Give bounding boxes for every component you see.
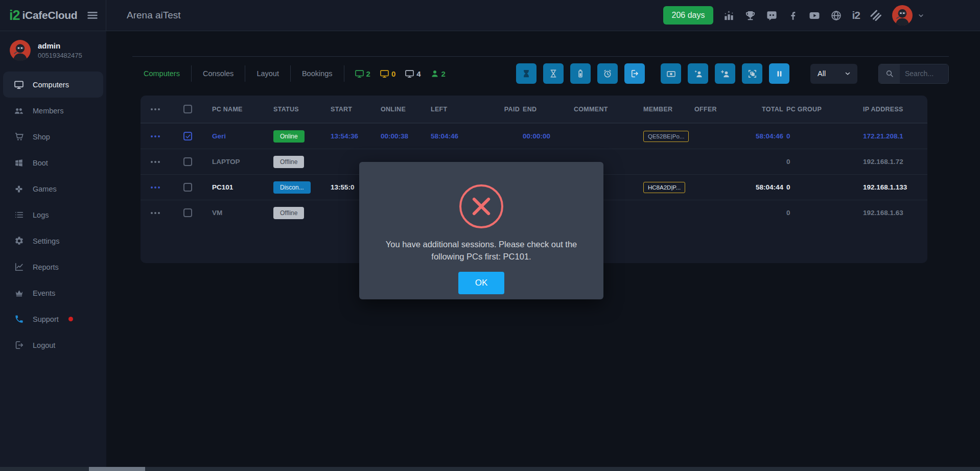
sidebar-item-members[interactable]: Members	[0, 98, 106, 124]
globe-icon[interactable]	[830, 10, 842, 21]
search-input[interactable]	[900, 64, 948, 83]
sidebar-item-events[interactable]: Events	[0, 280, 106, 306]
sidebar-item-settings[interactable]: Settings	[0, 228, 106, 254]
chevron-down-icon	[844, 70, 851, 77]
sidebar-item-games[interactable]: Games	[0, 176, 106, 202]
chart-icon	[14, 262, 24, 272]
hourglass-button[interactable]	[543, 63, 564, 84]
dialog-message: You have additional sessions. Please che…	[369, 238, 594, 263]
chevron-down-icon	[917, 12, 925, 19]
pc-name-link[interactable]: PC101	[212, 183, 273, 191]
crown-icon	[14, 288, 24, 298]
add-member-button[interactable]	[715, 63, 735, 84]
icafecloud-logo-icon: i2	[9, 8, 20, 23]
add-member-star-button[interactable]	[688, 63, 708, 84]
table-row: Geri Online 13:54:36 00:00:38 58:04:46 0…	[141, 123, 927, 149]
user-avatar	[892, 5, 913, 26]
phone-icon	[14, 314, 24, 324]
row-checkbox[interactable]	[183, 208, 192, 217]
status-badge: Offline	[273, 156, 304, 168]
members-online-counter: 2	[430, 69, 446, 78]
sidebar-item-shop[interactable]: Shop	[0, 124, 106, 150]
row-actions-menu-icon[interactable]	[151, 108, 183, 110]
pcs-total-counter: 4	[405, 69, 421, 79]
tab-consoles[interactable]: Consoles	[192, 65, 245, 82]
sidebar-item-reports[interactable]: Reports	[0, 254, 106, 280]
battery-button[interactable]	[570, 63, 591, 84]
pc-actions-toolbar: All	[516, 63, 949, 84]
hamburger-menu-icon[interactable]	[86, 9, 99, 21]
sidebar: admin 005193482475 Computers Members Sho…	[0, 31, 106, 471]
sidebar-user-block: admin 005193482475	[0, 31, 106, 68]
member-badge[interactable]: HC8A2D|P...	[643, 182, 685, 193]
members-icon	[14, 106, 24, 116]
sidebar-item-logs[interactable]: Logs	[0, 202, 106, 228]
pcs-busy-counter: 0	[380, 69, 395, 79]
member-badge[interactable]: QE52BE|Po...	[643, 131, 689, 142]
cart-icon	[14, 132, 24, 142]
pcs-online-counter: 2	[355, 69, 370, 79]
alarm-clock-button[interactable]	[597, 63, 618, 84]
sidebar-item-support[interactable]: Support	[0, 306, 106, 332]
error-icon	[459, 184, 503, 228]
row-actions-menu-icon[interactable]	[151, 212, 183, 214]
gamepad-icon	[14, 184, 24, 194]
sidebar-item-logout[interactable]: Logout	[0, 332, 106, 358]
switch-pc-button[interactable]	[742, 63, 762, 84]
additional-sessions-dialog: You have additional sessions. Please che…	[359, 162, 603, 299]
select-all-checkbox[interactable]	[183, 105, 192, 113]
support-notification-dot	[68, 317, 73, 321]
row-actions-menu-icon[interactable]	[151, 135, 183, 137]
status-counters: 2 0 4 2	[355, 69, 446, 79]
pc-name-link[interactable]: Geri	[212, 132, 273, 140]
ok-button[interactable]: OK	[458, 272, 504, 294]
youtube-icon[interactable]	[808, 9, 821, 21]
license-days-button[interactable]: 206 days	[663, 6, 714, 25]
user-menu[interactable]	[892, 5, 925, 26]
sidebar-item-boot[interactable]: Boot	[0, 150, 106, 176]
brand: i2 iCafeCloud	[0, 0, 106, 31]
brand-name: iCafeCloud	[22, 9, 78, 21]
windows-icon	[14, 158, 24, 168]
tab-bookings[interactable]: Bookings	[291, 65, 344, 82]
row-checkbox[interactable]	[183, 157, 192, 166]
row-checkbox[interactable]	[183, 132, 192, 140]
tab-computers[interactable]: Computers	[132, 65, 192, 82]
trophy-icon[interactable]	[744, 10, 756, 21]
pc-name-link[interactable]: VM	[212, 209, 273, 217]
layers-icon[interactable]	[870, 9, 882, 21]
pc-group-filter-select[interactable]: All	[810, 64, 857, 84]
discord-icon[interactable]	[766, 10, 778, 21]
horizontal-scrollbar[interactable]	[0, 467, 980, 471]
scrollbar-thumb[interactable]	[89, 467, 145, 471]
status-badge: Offline	[273, 207, 304, 219]
sidebar-item-computers[interactable]: Computers	[3, 72, 103, 98]
page-title: Arena aiTest	[127, 10, 181, 21]
user-name: admin	[38, 41, 82, 50]
cash-payment-button[interactable]	[661, 63, 681, 84]
table-header-row: PC NAME STATUS START ONLINE LEFT PAID EN…	[141, 96, 927, 123]
checkout-button[interactable]	[624, 63, 645, 84]
pc-name-link[interactable]: LAPTOP	[212, 158, 273, 166]
row-checkbox[interactable]	[183, 183, 192, 192]
row-actions-menu-icon[interactable]	[151, 186, 183, 189]
search-box	[878, 64, 949, 84]
hourglass-filled-button[interactable]	[516, 63, 536, 84]
pause-button[interactable]	[769, 63, 789, 84]
tab-layout[interactable]: Layout	[245, 65, 291, 82]
admin-avatar	[9, 39, 31, 61]
list-icon	[14, 210, 24, 220]
gear-icon	[14, 236, 24, 246]
status-badge: Online	[273, 130, 305, 143]
logout-icon	[14, 340, 24, 350]
facebook-icon[interactable]	[787, 10, 799, 21]
row-actions-menu-icon[interactable]	[151, 161, 183, 163]
search-icon	[879, 64, 900, 83]
user-account-id: 005193482475	[38, 52, 82, 59]
leaderboard-icon[interactable]	[723, 10, 735, 21]
top-header: i2 iCafeCloud Arena aiTest 206 days i2	[0, 0, 980, 31]
status-badge: Discon...	[273, 181, 311, 194]
monitor-icon	[14, 80, 24, 90]
view-tabs: Computers Consoles Layout Bookings	[132, 65, 344, 82]
icafecloud-i2-icon[interactable]: i2	[852, 9, 860, 21]
